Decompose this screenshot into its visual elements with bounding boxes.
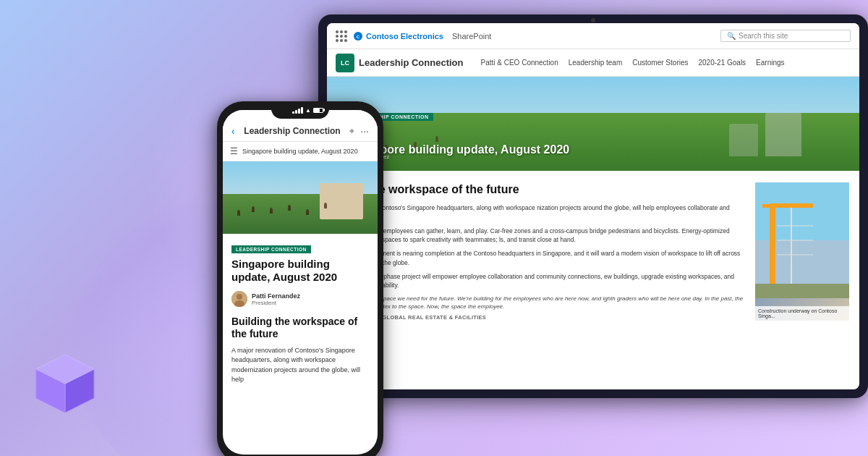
nav-item-leadership[interactable]: Leadership team	[569, 59, 623, 67]
phone-img-building	[320, 183, 363, 219]
phone-person-6	[324, 203, 327, 208]
article-attribution: CILIANI, GM OF GLOBAL REAL ESTATE & FACI…	[337, 314, 746, 321]
tablet-content: lding the workspace of the future r reno…	[327, 171, 859, 332]
phone-person-5	[306, 209, 309, 215]
phone-author-info: Patti Fernandez President	[252, 292, 300, 306]
search-icon: 🔍	[727, 32, 736, 40]
nav-item-earnings[interactable]: Earnings	[756, 59, 784, 67]
signal-bar-4	[301, 107, 303, 114]
tablet-outer: C Contoso Electronics SharePoint 🔍 Searc…	[318, 14, 868, 398]
phone-device: ▲ ‹ Leadership Connection ⌖ ··· ☰ Singap…	[217, 101, 383, 456]
signal-bars	[292, 107, 303, 114]
phone-more-button[interactable]: ···	[360, 125, 369, 137]
building-silhouette-2	[729, 124, 758, 156]
sidebar-caption: Construction underway on Contoso Singa..…	[755, 306, 849, 321]
phone-avatar	[231, 291, 247, 307]
phone-article-title: Singapore building update, August 2020	[231, 258, 369, 284]
nav-item-goals[interactable]: 2020-21 Goals	[699, 59, 746, 67]
phone-author-row: Patti Fernandez President	[231, 291, 369, 307]
phone-article-image	[223, 161, 378, 234]
sharepoint-label: SharePoint	[452, 32, 491, 41]
phone-person-1	[237, 210, 240, 216]
phone-menu-text: Singapore building update, August 2020	[242, 148, 358, 155]
phone-author-name: Patti Fernandez	[252, 292, 300, 300]
tablet-device: C Contoso Electronics SharePoint 🔍 Searc…	[318, 14, 868, 398]
article-quote: ilding the kind of space we need for the…	[337, 295, 746, 311]
crane-svg	[755, 182, 849, 298]
search-placeholder: Search this site	[739, 32, 788, 40]
logo-text: Contoso Electronics	[366, 32, 443, 41]
phone-menu-icon[interactable]: ☰	[230, 146, 238, 156]
signal-bar-1	[292, 111, 294, 114]
sidebar-img-content: Construction underway on Contoso Singa..…	[755, 182, 849, 321]
article-main-title: lding the workspace of the future	[337, 182, 746, 196]
battery-icon	[313, 108, 323, 113]
nav-logo-box[interactable]: LC Leadership Connection	[336, 54, 463, 72]
tablet-screen: C Contoso Electronics SharePoint 🔍 Searc…	[327, 23, 859, 389]
phone-bookmark-icon[interactable]: ⌖	[349, 126, 354, 136]
phone-article-body: LEADERSHIP CONNECTION Singapore building…	[223, 234, 378, 392]
signal-bar-3	[298, 109, 300, 114]
phone-screen: ‹ Leadership Connection ⌖ ··· ☰ Singapor…	[223, 110, 378, 455]
person-5	[435, 136, 438, 142]
waffle-icon	[336, 30, 347, 42]
phone-person-2	[252, 206, 255, 212]
tablet-search[interactable]: 🔍 Search this site	[720, 30, 851, 42]
phone-content: ☰ Singapore building update, August 2020	[223, 142, 378, 455]
phone-person-4	[288, 205, 291, 211]
nav-site-title: Leadership Connection	[359, 57, 463, 68]
phone-section-title: Building the workspace of the future	[231, 316, 369, 340]
phone-title: Leadership Connection	[241, 126, 344, 136]
svg-rect-9	[755, 182, 849, 240]
avatar-img	[231, 291, 247, 307]
phone-author-title: President	[252, 300, 300, 306]
article-para-1: r renovation of Contoso's Singapore head…	[337, 203, 746, 222]
tablet-camera	[591, 18, 595, 22]
nav-items: Patti & CEO Connection Leadership team C…	[480, 59, 784, 67]
phone-article-label: LEADERSHIP CONNECTION	[231, 245, 311, 253]
tablet-logo[interactable]: C Contoso Electronics	[353, 31, 443, 41]
svg-point-19	[237, 294, 242, 300]
tablet-sidebar-image: Construction underway on Contoso Singa..…	[755, 182, 849, 321]
phone-person-3	[270, 208, 273, 214]
article-para-2: nity plaza where employees can gather, l…	[337, 227, 746, 245]
phone-notch: ▲	[271, 101, 329, 119]
battery-fill	[314, 109, 320, 112]
svg-text:C: C	[357, 35, 360, 39]
phone-outer: ▲ ‹ Leadership Connection ⌖ ··· ☰ Singap…	[217, 101, 383, 456]
article-para-3: major redevelopment is nearing completio…	[337, 249, 746, 268]
nav-logo-icon: LC	[336, 54, 354, 72]
tablet-nav: LC Leadership Connection Patti & CEO Con…	[327, 49, 859, 77]
tablet-hero: LEADERSHIP CONNECTION Singapore building…	[327, 77, 859, 171]
svg-rect-17	[755, 284, 849, 298]
tablet-article: lding the workspace of the future r reno…	[337, 182, 746, 321]
phone-back-button[interactable]: ‹	[231, 125, 235, 137]
nav-item-customer[interactable]: Customer Stories	[632, 59, 688, 67]
contoso-logo-icon: C	[353, 31, 363, 41]
wifi-icon: ▲	[305, 107, 311, 114]
tablet-top-bar: C Contoso Electronics SharePoint 🔍 Searc…	[327, 23, 859, 49]
article-para-4: logy-fueled, multiphase project will emp…	[337, 272, 746, 291]
building-silhouette	[765, 113, 801, 156]
phone-menu-bar: ☰ Singapore building update, August 2020	[223, 142, 378, 161]
nav-item-patti[interactable]: Patti & CEO Connection	[480, 59, 558, 67]
signal-bar-2	[295, 110, 297, 114]
phone-body-text: A major renovation of Contoso's Singapor…	[231, 346, 369, 385]
cube-decoration	[22, 347, 109, 434]
